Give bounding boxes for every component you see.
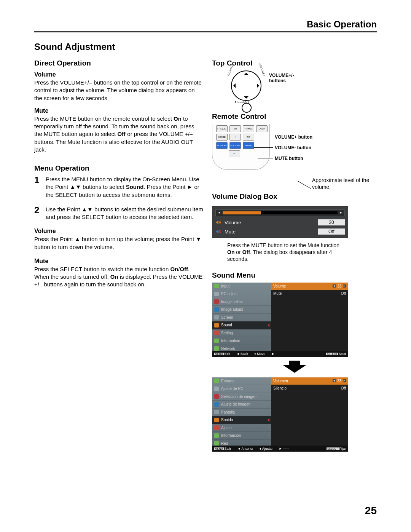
sound-menu-heading: Sound Menu — [212, 271, 377, 280]
osd-menu-item: Información — [212, 432, 271, 440]
menu-item-icon — [214, 292, 219, 296]
menu-item-label: Red — [221, 441, 228, 446]
osd-head-value: 33 — [337, 284, 341, 288]
mute-label: Mute — [225, 229, 236, 235]
menu-item-label: Ajuste de PC — [221, 387, 243, 391]
left-arrow-icon: ◄ — [333, 379, 336, 382]
volume-value: 30 — [318, 219, 345, 225]
sub-volume-body: Press the Point ▲ button to turn up the … — [34, 235, 204, 251]
osd-head-label: Volumen — [273, 379, 288, 383]
vol-right-icon: ► — [339, 211, 343, 215]
menu-item-icon — [214, 441, 219, 446]
menu-item-icon — [214, 315, 219, 320]
sub-volume-heading: Volume — [34, 228, 204, 235]
top-control-diagram: VOLUME- VOLUME+ ● SELECT VOLUME+/- butto… — [212, 70, 377, 112]
volume-button: VOLUME — [229, 142, 241, 149]
volume-note-top: Approximate level of the volume. — [312, 177, 377, 190]
right-column: Top Control VOLUME- VOLUME+ ● SELECT VOL… — [212, 59, 377, 452]
dzoom-button: D.ZOOM — [216, 142, 228, 149]
menu-item-label: Selección de imagen — [221, 395, 256, 399]
mute-body: Press the MUTE button on the remote cont… — [34, 115, 204, 153]
volume-body: Press the VOLUME+/– buttons on the top c… — [34, 79, 204, 102]
remote-row-4: − — [229, 150, 240, 157]
lamp-button: LAMP — [256, 125, 268, 132]
image-button: IMAGE — [216, 134, 228, 141]
select-button-icon — [242, 103, 252, 113]
menu-operation-heading: Menu Operation — [34, 164, 204, 173]
menu-item-label: Network — [221, 347, 235, 351]
menu-item-label: Sound — [221, 323, 232, 327]
osd-menu-item: Information — [212, 337, 271, 345]
left-arrow-icon: ◄ — [333, 284, 336, 288]
osd-screenshot-1: InputPC adjustImage selectImage adjustSc… — [212, 283, 348, 357]
osd-menu-item: Image select — [212, 298, 271, 306]
menu-item-label: Ajuste — [221, 426, 232, 430]
osd-screenshot-2: EntradaAjuste de PCSelección de imagenAj… — [212, 377, 348, 452]
remote-row-3: D.ZOOM VOLUME MUTE — [216, 142, 254, 149]
menu-item-label: Input — [221, 284, 229, 288]
direct-operation-heading: Direct Operation — [34, 59, 204, 67]
menu-item-icon — [214, 339, 219, 343]
menu-item-label: Entrada — [221, 379, 234, 383]
osd-header-row: Volume◄33► — [271, 283, 348, 290]
volume-plus-label: VOLUME+ button — [275, 134, 312, 140]
menu-item-label: Sonido — [221, 418, 233, 422]
osd-menu-item: Sound — [212, 321, 271, 329]
sub-mute-heading: Mute — [34, 258, 204, 265]
menu-item-icon — [214, 379, 219, 383]
osd-sub-row: MuteOff — [271, 290, 348, 297]
volume-dialog-heading: Volume Dialog Box — [212, 192, 377, 201]
volume-note-bottom: Press the MUTE button to set the Mute fu… — [227, 242, 341, 263]
menu-item-icon — [214, 346, 219, 351]
remote-row-1: FREEZE NO SHOW P-TIMER LAMP — [216, 125, 268, 132]
osd-footer: MENUSalir◄ Anterior♦ Ajustar► -----SELEC… — [212, 446, 348, 452]
osd-row2-value: Off — [341, 386, 346, 390]
menu-item-icon — [214, 402, 219, 407]
osd-menu-item: Input — [212, 283, 271, 291]
menu-item-icon — [214, 394, 219, 399]
mute-label: MUTE button — [275, 156, 303, 161]
menu-item-label: Setting — [221, 331, 233, 335]
osd-menu-item: Ajuste — [212, 424, 271, 432]
page-number: 25 — [365, 505, 377, 517]
menu-item-icon — [214, 418, 219, 422]
noshow-button: NO SHOW — [229, 125, 241, 132]
osd-menu-item: Sonido — [212, 416, 271, 424]
menu-item-label: Screen — [221, 315, 233, 320]
menu-item-icon — [214, 299, 219, 304]
menu-item-label: Image adjust — [221, 307, 243, 312]
mute-icon — [215, 229, 221, 234]
menu-item-icon — [214, 425, 219, 430]
menu-item-label: Información — [221, 433, 241, 438]
osd-menu-item: Image adjust — [212, 306, 271, 314]
down-arrow-icon — [281, 361, 308, 372]
plus-button: + — [229, 134, 241, 141]
menu-item-label: Information — [221, 339, 240, 343]
step-2: 2 Use the Point ▲▼ buttons to select the… — [34, 206, 204, 221]
top-control-heading: Top Control — [212, 59, 377, 67]
volume-label: Volume — [225, 220, 241, 225]
menu-item-icon — [214, 323, 219, 328]
mute-button: MUTE — [243, 142, 254, 149]
step-1: 1 Press the MENU button to display the O… — [34, 176, 204, 199]
osd-menu-item: Pantalla — [212, 409, 271, 417]
menu-item-icon — [214, 331, 219, 335]
volume-minus-label: VOLUME- button — [275, 145, 311, 150]
mute-value: Off — [318, 228, 345, 235]
volume-bar — [223, 211, 338, 214]
menu-item-icon — [214, 284, 219, 288]
ptimer-button: P-TIMER — [243, 125, 254, 132]
remote-row-2: IMAGE + PIP — [216, 134, 254, 141]
osd-head-value: 33 — [337, 379, 341, 383]
remote-control-heading: Remote Control — [212, 112, 377, 121]
pip-button: PIP — [243, 134, 254, 141]
minus-button: − — [229, 150, 240, 157]
left-column: Direct Operation Volume Press the VOLUME… — [34, 59, 204, 452]
volume-dialog-box: ◄ ► Volume 30 — [212, 206, 348, 238]
remote-control-diagram: FREEZE NO SHOW P-TIMER LAMP IMAGE + PIP … — [212, 124, 377, 177]
menu-item-icon — [214, 433, 219, 438]
osd-menu-item: PC adjust — [212, 290, 271, 298]
menu-item-label: Pantalla — [221, 410, 235, 414]
osd-row2-label: Mute — [273, 291, 282, 296]
osd-sub-row: SilencioOff — [271, 385, 348, 392]
